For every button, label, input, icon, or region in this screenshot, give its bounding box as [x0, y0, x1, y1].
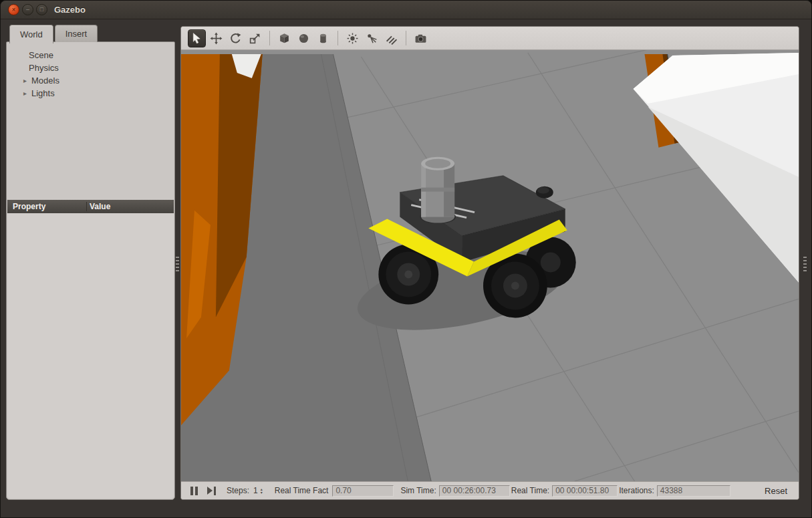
maximize-icon: □: [40, 7, 43, 13]
titlebar[interactable]: × – □ Gazebo: [1, 1, 811, 19]
tree-item-label: Physics: [29, 63, 59, 73]
insert-spot-light-button[interactable]: [363, 29, 381, 47]
iterations-field: 43388: [657, 485, 730, 497]
scene-3d-view[interactable]: [181, 50, 799, 481]
insert-sphere-button[interactable]: [295, 29, 313, 47]
toolbar-separator: [269, 31, 270, 45]
steps-label: Steps:: [227, 486, 249, 495]
tab-world-label: World: [20, 29, 43, 39]
property-table-header: Property Value: [7, 200, 174, 213]
insert-box-button[interactable]: [275, 29, 293, 47]
splitter-grip-left[interactable]: [176, 257, 179, 271]
rotate-icon: [229, 32, 242, 45]
tab-insert[interactable]: Insert: [55, 25, 98, 42]
expander-icon[interactable]: ▸: [21, 77, 29, 84]
real-time-factor-field[interactable]: 0.70: [332, 485, 394, 497]
real-time-label: Real Time:: [511, 486, 549, 495]
scale-icon: [249, 32, 261, 45]
lidar-sensor: [420, 157, 456, 224]
world-tree: Scene Physics ▸ Models ▸ Lights: [7, 42, 174, 100]
steps-value: 1: [253, 486, 258, 495]
toolbar-separator: [406, 31, 406, 45]
directional-light-icon: [385, 32, 398, 45]
move-icon: [210, 32, 223, 45]
steps-spinner[interactable]: 1 ▴▾: [253, 486, 263, 495]
tree-item-scene[interactable]: Scene: [7, 49, 174, 61]
window-title: Gazebo: [54, 5, 86, 15]
property-column-header[interactable]: Property: [7, 202, 86, 211]
close-icon: ×: [12, 7, 16, 13]
sim-time-label: Sim Time:: [400, 486, 436, 495]
real-time-factor-label: Real Time Fact: [275, 486, 329, 495]
sidebar: World Insert Scene Physics ▸ Models ▸: [6, 25, 175, 500]
antenna-knob: [536, 186, 553, 199]
reset-button[interactable]: Reset: [759, 484, 793, 498]
world-pane: Scene Physics ▸ Models ▸ Lights Property…: [6, 41, 175, 500]
real-time-field: 00 00:00:51.80: [552, 485, 618, 497]
cursor-icon: [190, 32, 203, 45]
maximize-button[interactable]: □: [36, 4, 47, 15]
tool-translate-button[interactable]: [207, 29, 225, 47]
tool-scale-button[interactable]: [246, 29, 264, 47]
box-icon: [278, 32, 291, 45]
tree-item-physics[interactable]: Physics: [7, 61, 174, 74]
expander-icon[interactable]: ▸: [21, 90, 29, 97]
insert-directional-light-button[interactable]: [382, 29, 400, 47]
render-toolbar: [181, 27, 799, 50]
splitter-grip-right[interactable]: [803, 257, 807, 271]
simulation-statusbar: Steps: 1 ▴▾ Real Time Fact 0.70 Sim Time…: [181, 481, 799, 499]
scene-container: [181, 50, 799, 481]
gazebo-window: × – □ Gazebo World Insert Scene Phys: [0, 0, 812, 518]
tree-item-label: Lights: [31, 88, 55, 98]
value-column-header[interactable]: Value: [86, 202, 174, 211]
step-button[interactable]: [207, 487, 216, 495]
tab-insert-label: Insert: [65, 29, 88, 39]
camera-icon: [414, 32, 427, 45]
tool-select-button[interactable]: [188, 29, 206, 47]
property-table-body: [7, 213, 174, 499]
minimize-button[interactable]: –: [22, 4, 33, 15]
iterations-label: Iterations:: [619, 486, 654, 495]
sphere-icon: [297, 32, 310, 45]
toolbar-separator: [337, 31, 338, 45]
sim-time-field: 00 00:26:00.73: [439, 485, 510, 497]
insert-point-light-button[interactable]: [344, 29, 362, 47]
tool-rotate-button[interactable]: [227, 29, 245, 47]
tree-item-models[interactable]: ▸ Models: [7, 74, 174, 87]
close-button[interactable]: ×: [8, 4, 19, 15]
screenshot-button[interactable]: [412, 29, 430, 47]
tree-item-label: Scene: [29, 50, 53, 60]
spot-light-icon: [366, 32, 378, 45]
spinner-arrows-icon[interactable]: ▴▾: [261, 487, 263, 494]
pause-icon: [190, 487, 198, 495]
pause-button[interactable]: [186, 487, 198, 495]
tree-item-lights[interactable]: ▸ Lights: [7, 87, 174, 100]
step-icon-bar: [214, 487, 216, 495]
cylinder-icon: [317, 32, 329, 45]
step-icon: [207, 487, 213, 495]
sidebar-tabs: World Insert: [6, 25, 175, 42]
insert-cylinder-button[interactable]: [314, 29, 332, 47]
minimize-icon: –: [26, 7, 29, 13]
tree-item-label: Models: [31, 76, 59, 86]
tab-world[interactable]: World: [9, 25, 53, 43]
point-light-icon: [346, 32, 359, 45]
render-viewport: Steps: 1 ▴▾ Real Time Fact 0.70 Sim Time…: [180, 26, 799, 500]
